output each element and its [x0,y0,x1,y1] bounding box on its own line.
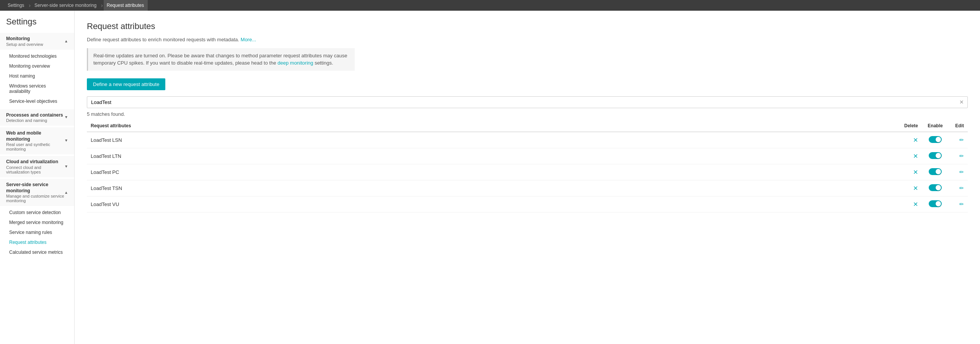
table-row: LoadTest LSN ✕ ✏ [87,132,968,148]
sidebar-section-monitoring-header[interactable]: Monitoring Setup and overview ▲ [0,33,74,50]
table-row: LoadTest PC ✕ ✏ [87,164,968,180]
sidebar-section-server-side-header[interactable]: Server-side service monitoring Manage an… [0,179,74,206]
sidebar-section-server-side: Server-side service monitoring Manage an… [0,179,74,259]
web-mobile-subtitle: Real user and synthetic monitoring [6,142,64,151]
row-edit-4: ✏ [949,196,968,212]
description: Define request attributes to enrich moni… [87,36,316,44]
main-content: Request attributes Define request attrib… [75,11,980,344]
row-name-2: LoadTest PC [87,164,899,180]
search-input[interactable] [87,96,968,108]
row-name-0: LoadTest LSN [87,132,899,148]
delete-icon-3[interactable]: ✕ [913,185,918,192]
delete-icon-2[interactable]: ✕ [913,169,918,176]
toggle-4[interactable] [929,200,942,207]
row-delete-4: ✕ [899,196,922,212]
cloud-chevron: ▲ [64,165,68,169]
toggle-track-1 [929,152,942,159]
web-mobile-title: Web and mobile monitoring [6,130,64,142]
th-edit: Edit [949,120,968,132]
row-enable-0 [922,132,949,148]
sidebar-item-custom-service[interactable]: Custom service detection [0,208,74,217]
row-enable-4 [922,196,949,212]
monitoring-chevron: ▲ [64,39,68,43]
monitoring-title: Monitoring [6,36,43,42]
row-delete-1: ✕ [899,148,922,164]
monitoring-items: Monitored technologies Monitoring overvi… [0,50,74,108]
row-enable-3 [922,180,949,196]
request-attributes-table: Request attributes Delete Enable Edit Lo… [87,120,968,213]
toggle-track-0 [929,136,942,143]
edit-icon-2[interactable]: ✏ [959,169,964,175]
row-enable-1 [922,148,949,164]
search-clear-icon[interactable]: ✕ [959,99,964,105]
sidebar-item-monitoring-overview[interactable]: Monitoring overview [0,61,74,71]
cloud-subtitle: Connect cloud and virtualization types [6,165,64,174]
search-container: ✕ [87,96,968,108]
delete-icon-1[interactable]: ✕ [913,153,918,160]
more-link[interactable]: More... [241,37,256,42]
table-header-row: Request attributes Delete Enable Edit [87,120,968,132]
info-text-suffix: settings. [315,60,333,66]
toggle-thumb-3 [936,185,941,190]
web-mobile-chevron: ▲ [64,139,68,143]
table-row: LoadTest VU ✕ ✏ [87,196,968,212]
server-side-title: Server-side service monitoring [6,182,64,194]
deep-monitoring-link[interactable]: deep monitoring [277,60,313,66]
breadcrumb: Settings › Server-side service monitorin… [0,0,980,11]
toggle-thumb-1 [936,153,941,158]
sidebar-item-merged-service[interactable]: Merged service monitoring [0,217,74,227]
sidebar: Settings Monitoring Setup and overview ▲… [0,11,75,344]
server-side-subtitle: Manage and customize service monitoring [6,194,64,203]
sidebar-item-request-attributes[interactable]: Request attributes [0,237,74,247]
sidebar-section-monitoring: Monitoring Setup and overview ▲ Monitore… [0,33,74,108]
toggle-3[interactable] [929,184,942,191]
sidebar-item-host-naming[interactable]: Host naming [0,71,74,81]
sidebar-item-service-naming[interactable]: Service naming rules [0,227,74,237]
breadcrumb-settings[interactable]: Settings [5,0,28,11]
toggle-thumb-0 [936,137,941,142]
row-edit-3: ✏ [949,180,968,196]
delete-icon-4[interactable]: ✕ [913,201,918,208]
sidebar-section-web-mobile: Web and mobile monitoring Real user and … [0,127,74,154]
row-name-1: LoadTest LTN [87,148,899,164]
toggle-track-2 [929,168,942,175]
sidebar-title: Settings [0,17,74,33]
page-title: Request attributes [87,21,968,31]
toggle-thumb-2 [936,169,941,174]
edit-icon-3[interactable]: ✏ [959,185,964,191]
sidebar-section-processes: Processes and containers Detection and n… [0,109,74,126]
breadcrumb-request-attributes[interactable]: Request attributes [104,0,148,11]
sidebar-section-cloud-header[interactable]: Cloud and virtualization Connect cloud a… [0,156,74,177]
info-box: Real-time updates are turned on. Please … [87,48,355,71]
toggle-thumb-4 [936,201,941,206]
toggle-track-4 [929,200,942,207]
row-edit-0: ✏ [949,132,968,148]
th-enable: Enable [922,120,949,132]
monitoring-subtitle: Setup and overview [6,42,43,47]
row-delete-3: ✕ [899,180,922,196]
toggle-0[interactable] [929,136,942,143]
sidebar-item-calculated-metrics[interactable]: Calculated service metrics [0,247,74,257]
edit-icon-1[interactable]: ✏ [959,153,964,159]
sidebar-section-web-mobile-header[interactable]: Web and mobile monitoring Real user and … [0,127,74,154]
sidebar-item-monitored-technologies[interactable]: Monitored technologies [0,51,74,61]
row-enable-2 [922,164,949,180]
delete-icon-0[interactable]: ✕ [913,136,918,144]
row-name-3: LoadTest TSN [87,180,899,196]
processes-chevron: ▲ [64,115,68,120]
server-side-items: Custom service detection Merged service … [0,206,74,259]
th-delete: Delete [899,120,922,132]
define-new-attribute-button[interactable]: Define a new request attribute [87,78,165,90]
edit-icon-0[interactable]: ✏ [959,137,964,143]
edit-icon-4[interactable]: ✏ [959,201,964,207]
row-name-4: LoadTest VU [87,196,899,212]
row-edit-1: ✏ [949,148,968,164]
breadcrumb-server-side[interactable]: Server-side service monitoring [31,0,100,11]
cloud-title: Cloud and virtualization [6,159,64,165]
toggle-2[interactable] [929,168,942,175]
sidebar-item-windows-services[interactable]: Windows services availability [0,81,74,96]
processes-subtitle: Detection and naming [6,118,63,123]
toggle-1[interactable] [929,152,942,159]
sidebar-section-processes-header[interactable]: Processes and containers Detection and n… [0,109,74,126]
sidebar-item-slo[interactable]: Service-level objectives [0,96,74,106]
